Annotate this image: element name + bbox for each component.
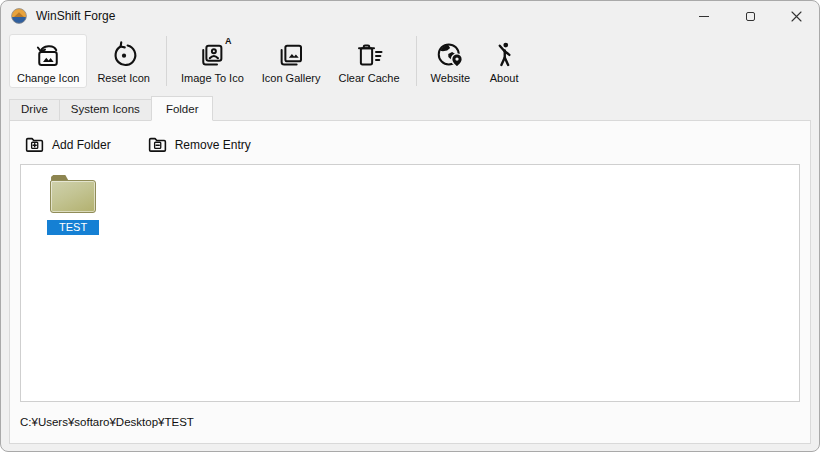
website-label: Website: [431, 72, 471, 84]
close-icon: [791, 11, 802, 22]
tab-drive[interactable]: Drive: [9, 99, 60, 120]
tab-system-icons[interactable]: System Icons: [59, 99, 152, 120]
list-item-folder[interactable]: TEST: [47, 175, 99, 235]
remove-entry-button[interactable]: Remove Entry: [147, 134, 251, 155]
clear-cache-button[interactable]: Clear Cache: [330, 34, 407, 88]
maximize-icon: [746, 12, 755, 21]
about-label: About: [490, 72, 519, 84]
icon-gallery-icon: [275, 39, 307, 71]
title-bar: WinShift Forge: [1, 1, 819, 31]
change-icon-icon: [32, 39, 64, 71]
app-window: WinShift Forge Change Icon: [0, 0, 820, 452]
clear-cache-icon: [353, 39, 385, 71]
image-to-ico-button[interactable]: A Image To Ico: [173, 34, 252, 88]
change-icon-label: Change Icon: [17, 72, 79, 84]
toolbar: Change Icon Reset Icon A: [1, 31, 819, 89]
reset-icon-button[interactable]: Reset Icon: [89, 34, 158, 88]
reset-icon-label: Reset Icon: [97, 72, 150, 84]
maximize-button[interactable]: [727, 1, 773, 31]
tab-folder[interactable]: Folder: [151, 96, 214, 121]
folder-name-selected: TEST: [47, 220, 99, 235]
window-title: WinShift Forge: [36, 9, 115, 23]
status-path: C:¥Users¥softaro¥Desktop¥TEST: [10, 402, 810, 428]
remove-entry-label: Remove Entry: [175, 138, 251, 152]
app-logo-icon: [11, 8, 27, 24]
clear-cache-label: Clear Cache: [338, 72, 399, 84]
close-button[interactable]: [773, 1, 819, 31]
remove-entry-icon: [147, 134, 168, 155]
add-folder-icon: [24, 134, 45, 155]
website-button[interactable]: Website: [423, 34, 479, 88]
website-globe-icon: [434, 39, 466, 71]
image-to-ico-label: Image To Ico: [181, 72, 244, 84]
about-button[interactable]: About: [480, 34, 528, 88]
image-to-ico-icon: A: [196, 39, 228, 71]
toolbar-separator: [416, 36, 417, 86]
change-icon-button[interactable]: Change Icon: [9, 34, 87, 88]
toolbar-separator: [166, 36, 167, 86]
image-to-ico-badge: A: [225, 36, 232, 46]
reset-icon-icon: [108, 39, 140, 71]
about-person-icon: [488, 39, 520, 71]
folder-list[interactable]: TEST: [20, 164, 800, 402]
minimize-button[interactable]: [681, 1, 727, 31]
add-folder-label: Add Folder: [52, 138, 111, 152]
folder-icon: [50, 175, 96, 213]
minimize-icon: [699, 16, 709, 17]
tab-strip: Drive System Icons Folder: [1, 89, 819, 120]
icon-gallery-button[interactable]: Icon Gallery: [254, 34, 329, 88]
icon-gallery-label: Icon Gallery: [262, 72, 321, 84]
folder-actions: Add Folder Remove Entry: [10, 121, 810, 155]
add-folder-button[interactable]: Add Folder: [24, 134, 111, 155]
folder-tab-page: Add Folder Remove Entry TEST C:¥Users: [9, 120, 811, 444]
